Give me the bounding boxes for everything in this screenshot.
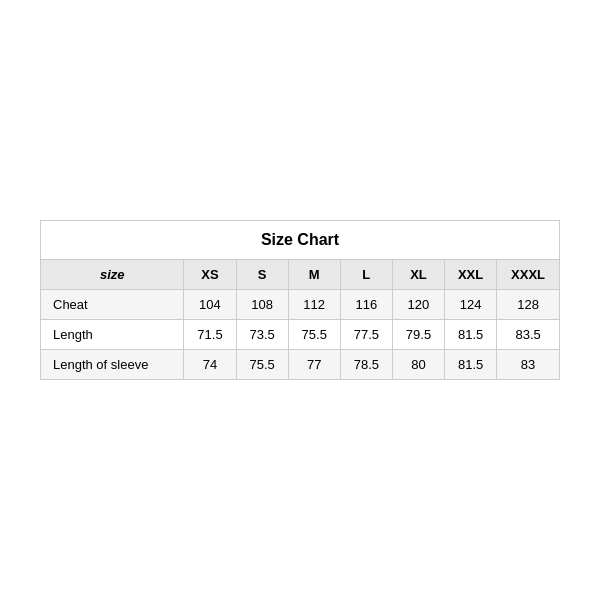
col-header-size: size	[41, 260, 184, 290]
table-row: Length71.573.575.577.579.581.583.5	[41, 320, 560, 350]
table-title: Size Chart	[41, 221, 560, 260]
cell-value: 83.5	[497, 320, 560, 350]
cell-value: 79.5	[392, 320, 444, 350]
cell-value: 116	[340, 290, 392, 320]
cell-value: 108	[236, 290, 288, 320]
table-row: Cheat104108112116120124128	[41, 290, 560, 320]
cell-value: 81.5	[445, 350, 497, 380]
cell-value: 71.5	[184, 320, 236, 350]
cell-value: 128	[497, 290, 560, 320]
table-row: Length of sleeve7475.57778.58081.583	[41, 350, 560, 380]
cell-value: 124	[445, 290, 497, 320]
cell-value: 73.5	[236, 320, 288, 350]
cell-value: 75.5	[288, 320, 340, 350]
row-label: Length	[41, 320, 184, 350]
cell-value: 77.5	[340, 320, 392, 350]
size-chart-container: Size Chart size XS S M L XL XXL XXXL Che…	[40, 220, 560, 380]
col-header-s: S	[236, 260, 288, 290]
col-header-m: M	[288, 260, 340, 290]
cell-value: 83	[497, 350, 560, 380]
col-header-xxxl: XXXL	[497, 260, 560, 290]
row-label: Cheat	[41, 290, 184, 320]
size-chart-table: Size Chart size XS S M L XL XXL XXXL Che…	[40, 220, 560, 380]
cell-value: 78.5	[340, 350, 392, 380]
cell-value: 120	[392, 290, 444, 320]
title-row: Size Chart	[41, 221, 560, 260]
table-body: Cheat104108112116120124128Length71.573.5…	[41, 290, 560, 380]
col-header-l: L	[340, 260, 392, 290]
cell-value: 112	[288, 290, 340, 320]
col-header-xxl: XXL	[445, 260, 497, 290]
cell-value: 104	[184, 290, 236, 320]
row-label: Length of sleeve	[41, 350, 184, 380]
cell-value: 75.5	[236, 350, 288, 380]
col-header-xl: XL	[392, 260, 444, 290]
cell-value: 74	[184, 350, 236, 380]
cell-value: 81.5	[445, 320, 497, 350]
cell-value: 77	[288, 350, 340, 380]
cell-value: 80	[392, 350, 444, 380]
header-row: size XS S M L XL XXL XXXL	[41, 260, 560, 290]
col-header-xs: XS	[184, 260, 236, 290]
